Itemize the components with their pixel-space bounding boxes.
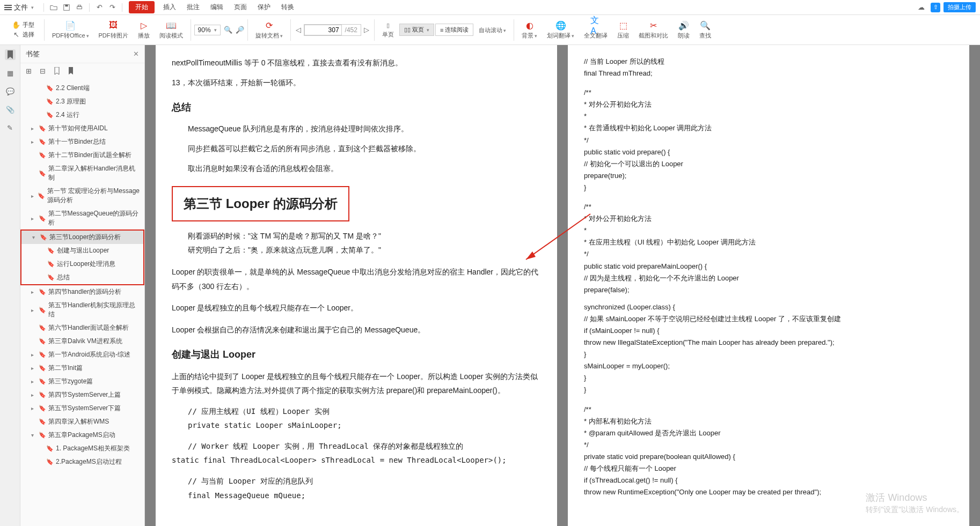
bookmark-item[interactable]: 🔖第三章Dalvik VM进程系统 [20,335,144,348]
pdf-to-image[interactable]: 🖼PDF转图片 [94,20,133,40]
tab-annotate[interactable]: 批注 [181,1,205,13]
read-aloud[interactable]: 🔊朗读 [674,20,694,40]
select-tool[interactable]: ↖选择 [9,31,38,39]
bookmark-item[interactable]: 🔖1. PackageMS相关框架类 [20,442,144,455]
tab-convert[interactable]: 转换 [276,1,299,13]
zoom-in-icon[interactable]: 🔎 [236,26,244,34]
play-button[interactable]: ▷播放 [134,20,154,40]
open-icon[interactable] [49,3,58,12]
hand-tool[interactable]: ✋手型 [9,21,38,29]
bookmark-item[interactable]: 🔖创建与退出Looper [20,244,144,257]
background[interactable]: ◐背景▾ [517,20,542,40]
tab-start[interactable]: 开始 [129,1,155,13]
collapse-all-icon[interactable]: ⊟ [40,67,48,76]
rotate-doc[interactable]: ⟳旋转文档▾ [251,20,287,40]
heading-create: 创建与退出 Looper [172,345,541,364]
comments-rail-icon[interactable]: 💬 [5,86,16,97]
undo-icon[interactable]: ↶ [95,3,104,12]
bookmark-item[interactable]: ▸🔖第四节SystemServer上篇 [20,388,144,402]
bookmark-item[interactable]: 🔖2.2 Client端 [20,82,144,95]
single-page[interactable]: ▯单页 [378,21,398,39]
bookmark-item[interactable]: ▾🔖第三节Looper的源码分析 [20,229,144,244]
attachments-rail-icon[interactable]: 📎 [5,104,16,115]
tab-page[interactable]: 页面 [229,1,252,13]
page-left: nextPollTimeoutMillis 等于 0 不阻塞线程，直接去查看有没… [156,45,557,526]
tab-edit[interactable]: 编辑 [205,1,229,13]
bookmark-item[interactable]: ▸🔖第一节Android系统启动-综述 [20,348,144,361]
bookmark-item[interactable]: ▸🔖第一节 宏观理论分析与Message源码分析 [20,184,144,207]
prev-page-icon[interactable]: ◁ [294,26,303,34]
hamburger-icon [4,7,12,8]
word-translate[interactable]: 🌐划词翻译▾ [543,20,579,40]
compress[interactable]: ⬚压缩 [613,20,633,40]
bookmark-item[interactable]: ▸🔖第三节zygote篇 [20,375,144,388]
share-icon[interactable]: ⇧ [931,3,940,12]
ribbon-toolbar: ✋手型 ↖选择 📄PDF转Office▾ 🖼PDF转图片 ▷播放 📖阅读模式 9… [0,15,980,45]
next-page-icon[interactable]: ▷ [362,26,371,34]
redo-icon[interactable]: ↷ [108,3,116,12]
bookmarks-sidebar: 书签 ✕ ⊞ ⊟ 🔖2.2 Client端🔖2.3 原理图🔖2.4 运行▸🔖第十… [20,45,145,526]
bookmark-rail-icon[interactable] [5,49,16,60]
bookmark-item[interactable]: ▸🔖第四节handler的源码分析 [20,285,144,299]
page-input[interactable] [304,25,342,35]
sidebar-title: 书签 [26,49,40,59]
bookmark-item[interactable]: 🔖第二章深入解析Handler消息机制 [20,162,144,184]
print-icon[interactable] [75,3,84,12]
tab-insert[interactable]: 插入 [158,1,181,13]
bookmark-item[interactable]: ▸🔖第二节Init篇 [20,361,144,375]
tab-protect[interactable]: 保护 [252,1,276,13]
page-number-box: /452 [304,24,361,36]
bookmark-item[interactable]: ▸🔖第二节MessageQueue的源码分析 [20,207,144,229]
bookmark-item[interactable]: ▸🔖第十一节Binder总结 [20,135,144,149]
svg-rect-1 [65,4,68,6]
bookmark-item[interactable]: ▸🔖第十节如何使用AIDL [20,122,144,135]
double-page[interactable]: ▯▯双页▾ [399,24,434,36]
close-sidebar-icon[interactable]: ✕ [133,50,139,58]
bookmark-tree: 🔖2.2 Client端🔖2.3 原理图🔖2.4 运行▸🔖第十节如何使用AIDL… [20,79,144,526]
top-menu-bar: 文件 ▾ ↶ ↷ 开始 插入 批注 编辑 页面 保护 转换 ☁ ⇧ 拍摄上传 [0,0,980,15]
page-total: /452 [342,26,361,34]
bookmark-item[interactable]: 🔖总结 [20,271,144,285]
page-right: // 当前 Looper 所以的线程final Thread mThread; … [568,45,969,526]
bookmark-item[interactable]: 🔖第六节Handler面试题全解析 [20,321,144,335]
zoom-select[interactable]: 90%▾ [194,25,221,35]
signature-rail-icon[interactable]: ✎ [5,122,16,133]
svg-rect-3 [78,5,81,6]
auto-scroll[interactable]: 自动滚动▾ [474,25,510,34]
left-rail: ▦ 💬 📎 ✎ [0,45,20,526]
bookmark-item[interactable]: 🔖2.PackageMS启动过程 [20,455,144,469]
bookmark-item[interactable]: ▸🔖第五节SystemServer下篇 [20,402,144,415]
bookmark-tool2-icon[interactable] [68,67,76,76]
bookmark-item[interactable]: ▾🔖第五章PackageMS启动 [20,428,144,442]
expand-all-icon[interactable]: ⊞ [26,67,34,76]
find[interactable]: 🔍查找 [695,20,715,40]
file-menu[interactable]: 文件 ▾ [4,3,34,12]
bookmark-tool-icon[interactable] [54,67,62,76]
cloud-icon[interactable]: ☁ [917,3,925,12]
bookmark-item[interactable]: 🔖2.3 原理图 [20,95,144,108]
full-translate[interactable]: 文A全文翻译 [580,20,612,40]
save-icon[interactable] [62,3,71,12]
pdf-to-office[interactable]: 📄PDF转Office▾ [48,20,93,40]
document-viewport[interactable]: nextPollTimeoutMillis 等于 0 不阻塞线程，直接去查看有没… [145,45,980,526]
bookmark-item[interactable]: 🔖2.4 运行 [20,108,144,122]
bookmark-item[interactable]: 🔖第四章深入解析WMS [20,415,144,428]
screenshot-compare[interactable]: ✂截图和对比 [634,20,672,40]
continuous-read[interactable]: ≡连续阅读 [435,24,473,36]
section-title-box: 第三节 Looper 的源码分析 [172,186,349,221]
heading-summary: 总结 [172,98,541,116]
zoom-out-icon[interactable]: 🔍 [224,26,232,34]
svg-rect-2 [77,6,82,9]
thumbnails-rail-icon[interactable]: ▦ [5,68,16,78]
upload-button[interactable]: 拍摄上传 [944,2,976,12]
bookmark-item[interactable]: 🔖第十二节Binder面试题全解析 [20,149,144,162]
bookmark-item[interactable]: 🔖运行Looper处理消息 [20,257,144,271]
bookmark-item[interactable]: ▸🔖第五节Handler机制实现原理总结 [20,299,144,321]
read-mode[interactable]: 📖阅读模式 [155,20,187,40]
